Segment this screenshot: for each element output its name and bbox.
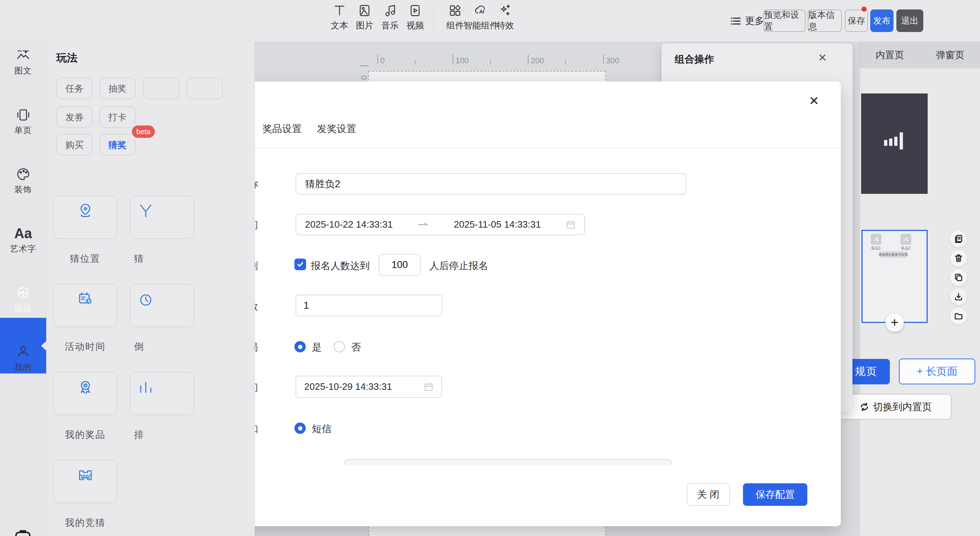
close-icon[interactable]: ✕ xyxy=(818,51,827,64)
download-icon[interactable] xyxy=(950,288,967,305)
sidebar-item-image-text[interactable]: 图文 xyxy=(0,48,46,77)
check-icon xyxy=(297,261,304,268)
image-icon xyxy=(358,4,372,18)
chip-lottery[interactable]: 抽奖 xyxy=(99,77,135,99)
clipped-next-field xyxy=(344,459,672,465)
card-my-guesses[interactable] xyxy=(53,460,118,503)
capacity-suffix: 人后停止报名 xyxy=(429,259,488,272)
card-label: 我的竞猜 xyxy=(53,516,118,529)
preview-settings-button[interactable]: 预览和设置 xyxy=(764,10,805,32)
draw-no-radio[interactable] xyxy=(334,341,345,353)
ruler-tick-label: 200 xyxy=(531,56,544,65)
beta-badge: beta xyxy=(132,126,155,138)
tab-builtin-page[interactable]: 内置页 xyxy=(860,41,920,69)
page-preview-dark[interactable] xyxy=(861,93,928,194)
card-guess-position[interactable] xyxy=(53,196,118,239)
save-button[interactable]: 保存 xyxy=(845,10,868,32)
rounds-input[interactable]: 1 xyxy=(296,295,442,316)
user-icon xyxy=(16,345,30,359)
dock-partial-icon[interactable] xyxy=(13,528,33,536)
card-label: 排 xyxy=(134,428,144,441)
chip-task[interactable]: 任务 xyxy=(56,77,93,99)
more-list-icon xyxy=(730,15,741,27)
start-datetime: 2025-10-22 14:33:31 xyxy=(305,219,393,230)
tool-effects[interactable]: 特效 xyxy=(488,4,523,31)
tab-prize-settings[interactable]: 奖品设置 xyxy=(262,122,302,135)
capacity-input[interactable]: 100 xyxy=(379,254,421,276)
card-label: 我的奖品 xyxy=(53,428,118,441)
unsaved-dot xyxy=(862,6,867,12)
ruler-minor-tick xyxy=(415,61,415,64)
gameplay-panel-title: 玩法 xyxy=(56,51,78,65)
publish-button[interactable]: 发布 xyxy=(870,10,894,32)
ai-components-icon: AI xyxy=(474,4,488,18)
version-info-button[interactable]: 版本信息 xyxy=(808,10,842,32)
switch-to-builtin-button[interactable]: 切换到内置页 xyxy=(839,394,951,420)
deadline-input[interactable]: 2025-10-29 14:33:31 xyxy=(296,376,442,398)
chip-hidden-2[interactable] xyxy=(186,77,223,99)
tool-video[interactable]: 视频 xyxy=(398,4,433,31)
components-icon xyxy=(448,4,462,18)
effects-icon xyxy=(498,4,512,18)
card-my-prizes[interactable] xyxy=(53,372,118,415)
tab-popup-page[interactable]: 弹窗页 xyxy=(920,41,980,69)
card-label: 猜位置 xyxy=(53,252,118,265)
combine-panel-title: 组合操作 xyxy=(675,53,714,66)
card-partial-3[interactable] xyxy=(130,372,194,415)
capacity-checkbox-label: 报名人数达到 xyxy=(311,259,370,272)
notify-sms-radio[interactable] xyxy=(294,423,306,434)
team2-image-placeholder xyxy=(900,234,911,245)
wordart-icon: Aa xyxy=(14,226,32,241)
chip-purchase[interactable]: 购买 xyxy=(56,134,93,156)
pages-icon[interactable] xyxy=(950,231,967,247)
page-thumbnail-selected[interactable]: 队伍1 队伍2 请选择位置参与竞猜 xyxy=(862,230,928,323)
chip-hidden-1[interactable] xyxy=(143,77,179,99)
capacity-value: 100 xyxy=(391,259,408,271)
medal-icon xyxy=(77,378,94,396)
sidebar-item-decoration[interactable]: 装饰 xyxy=(0,167,46,195)
signal-bars-icon xyxy=(900,132,903,150)
trash-icon[interactable] xyxy=(950,250,967,266)
calendar-icon xyxy=(424,382,433,392)
activity-name-input[interactable]: 猜胜负2 xyxy=(296,173,686,195)
modal-save-config-button[interactable]: 保存配置 xyxy=(743,483,807,506)
left-sidebar: 图文 单页 装饰 Aa 艺术字 玩法 我的 xyxy=(0,41,46,536)
chip-guess-prize[interactable]: 猜奖 xyxy=(99,134,135,156)
duplicate-icon[interactable] xyxy=(950,269,967,286)
card-partial-1[interactable] xyxy=(130,196,194,239)
team1-label: 队伍1 xyxy=(865,246,887,251)
add-page-button[interactable]: + xyxy=(886,313,904,332)
exit-button[interactable]: 退出 xyxy=(896,10,923,32)
refresh-icon xyxy=(859,402,870,412)
add-long-page-button[interactable]: + 长页面 xyxy=(899,359,975,384)
folder-icon[interactable] xyxy=(950,308,967,324)
chip-coupon[interactable]: 发券 xyxy=(56,106,93,128)
tab-award-settings[interactable]: 发奖设置 xyxy=(317,122,356,135)
music-icon xyxy=(383,4,397,18)
capacity-checkbox[interactable] xyxy=(294,258,306,270)
notify-sms-label: 短信 xyxy=(312,422,331,435)
modal-close-button[interactable]: 关 闭 xyxy=(687,483,730,506)
switch-to-builtin-label: 切换到内置页 xyxy=(873,400,932,413)
sidebar-item-single-page[interactable]: 单页 xyxy=(0,108,46,136)
ruler-minor-tick xyxy=(565,61,566,64)
more-button[interactable]: 更多 xyxy=(730,14,764,27)
draw-yes-label: 是 xyxy=(312,341,322,354)
ruler-tick xyxy=(377,54,378,64)
sidebar-item-mine[interactable]: 我的 xyxy=(0,345,46,373)
end-datetime: 2025-11-05 14:33:31 xyxy=(453,219,541,230)
draw-yes-radio[interactable] xyxy=(294,341,306,353)
sidebar-item-wordart[interactable]: Aa 艺术字 xyxy=(0,226,46,255)
pages-panel-tabs: 内置页 弹窗页 xyxy=(860,41,980,69)
activity-time-range-input[interactable]: 2025-10-22 14:33:31 2025-11-05 14:33:31 xyxy=(296,214,585,235)
sidebar-item-gameplay[interactable]: 玩法 xyxy=(0,286,46,314)
ruler-tick-label: 100 xyxy=(455,56,469,65)
close-icon[interactable]: ✕ xyxy=(809,94,819,107)
card-partial-2[interactable] xyxy=(130,284,194,327)
chip-checkin[interactable]: 打卡 xyxy=(99,106,135,128)
signal-bars-icon xyxy=(889,139,892,146)
team1-image-placeholder xyxy=(870,234,881,245)
range-arrow-icon xyxy=(418,222,429,228)
card-activity-time[interactable] xyxy=(53,284,118,327)
video-icon xyxy=(408,4,422,18)
